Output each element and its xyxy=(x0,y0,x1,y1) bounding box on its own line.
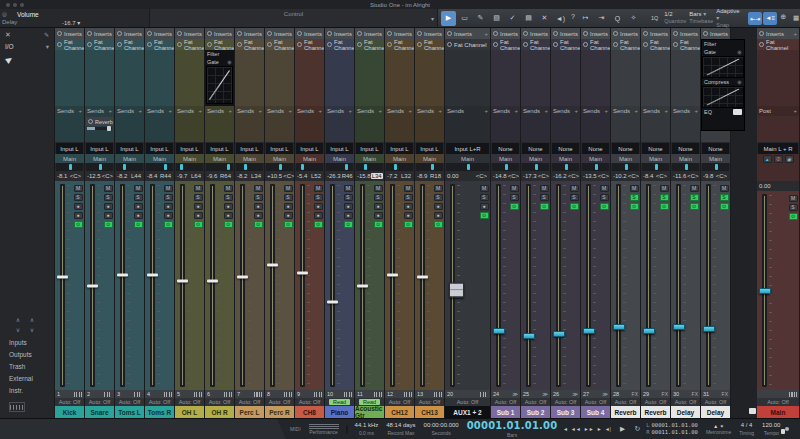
input-route-box[interactable]: Input L xyxy=(356,143,383,154)
solo-button[interactable]: S xyxy=(510,194,519,201)
solo-button[interactable]: S xyxy=(720,194,729,201)
automation-icon[interactable]: ⊙ xyxy=(344,221,353,228)
power-icon[interactable] xyxy=(87,31,92,36)
inserts-area[interactable] xyxy=(115,50,144,106)
input-route-box[interactable]: Input L xyxy=(176,143,203,154)
inserts-header[interactable]: Inserts+ xyxy=(551,28,580,39)
input-route-box[interactable]: Input L xyxy=(86,143,113,154)
fader-handle[interactable] xyxy=(87,284,98,287)
power-icon[interactable] xyxy=(417,42,422,47)
fat-channel-row[interactable]: Gate xyxy=(205,58,234,66)
insert-item-fat-channel[interactable]: Fat Channel xyxy=(295,39,324,50)
channel-name[interactable]: CH8 xyxy=(295,406,324,418)
automation-icon[interactable]: ⊙ xyxy=(630,203,639,210)
automation-mode-row[interactable]: Auto: Off xyxy=(445,398,490,406)
input-route-box[interactable]: None xyxy=(522,143,549,154)
sends-area[interactable] xyxy=(205,116,234,142)
mute-button[interactable]: M xyxy=(789,195,798,202)
fat-channel-row[interactable]: Compress xyxy=(702,78,744,86)
output-route-box[interactable]: Main xyxy=(581,154,610,163)
automation-icon[interactable]: ⊙ xyxy=(540,203,549,210)
nav-button-3[interactable]: ► xyxy=(597,426,602,432)
input-route-box[interactable]: None xyxy=(672,143,699,154)
gain-pan-values[interactable]: -5.4L52 xyxy=(295,171,324,181)
pan-slider[interactable] xyxy=(446,163,489,171)
input-route-box[interactable]: Input L xyxy=(56,143,83,154)
power-icon[interactable] xyxy=(583,42,588,47)
inserts-header[interactable]: Inserts+ xyxy=(295,28,324,39)
channel-name[interactable]: Sub 3 xyxy=(551,406,580,418)
gain-pan-values[interactable]: 0.00 xyxy=(757,181,799,191)
record-arm-button[interactable]: ● xyxy=(284,203,293,210)
mute-button[interactable]: M xyxy=(344,185,353,192)
sends-header[interactable]: Sends+ xyxy=(415,106,444,116)
param-value[interactable]: -16.7 ▾ xyxy=(62,19,80,26)
output-route-box[interactable]: Main xyxy=(521,154,550,163)
mute-button[interactable]: M xyxy=(314,185,323,192)
automation-icon[interactable]: ⊙ xyxy=(660,203,669,210)
power-icon[interactable] xyxy=(553,42,558,47)
param-primary[interactable]: Volume xyxy=(17,11,39,18)
power-icon[interactable] xyxy=(583,31,588,36)
gain-value[interactable]: -8.9 xyxy=(417,173,427,179)
fader-area[interactable]: MS⊙ xyxy=(757,191,799,390)
fader-area[interactable]: MS⊙ xyxy=(551,181,580,390)
fader-handle[interactable] xyxy=(297,271,308,274)
gain-pan-values[interactable]: -26.3R46 xyxy=(325,171,354,181)
power-icon[interactable] xyxy=(87,42,92,47)
metronome-control[interactable]: ▲ ✶ Metronome xyxy=(706,423,731,435)
input-route-box[interactable]: Input L xyxy=(386,143,413,154)
cpu-knob[interactable] xyxy=(346,425,348,434)
solo-button[interactable]: S xyxy=(690,194,699,201)
gain-value[interactable]: 0.00 xyxy=(447,173,459,179)
input-route-box[interactable]: Input L xyxy=(146,143,173,154)
inserts-area[interactable] xyxy=(521,50,550,106)
gain-value[interactable]: -14.8 xyxy=(493,173,507,179)
scratchpad-button[interactable]: ▦ScratchPad ▾ xyxy=(790,9,800,27)
sends-area[interactable] xyxy=(235,116,264,142)
knob-icon[interactable] xyxy=(737,80,742,85)
sends-area[interactable] xyxy=(385,116,414,142)
input-route-box[interactable]: Input L xyxy=(416,143,443,154)
fader-area[interactable]: MS●●⊙ xyxy=(385,181,414,390)
gain-value[interactable]: -26.3 xyxy=(327,173,341,179)
channel-name[interactable]: Piano xyxy=(325,406,354,418)
fader-track[interactable] xyxy=(706,184,711,387)
fat-channel-row[interactable]: Gate xyxy=(702,48,744,56)
fader-area[interactable]: MS⊙ xyxy=(491,181,520,390)
inserts-area[interactable] xyxy=(551,50,580,106)
gain-pan-values[interactable]: -7.2L32 xyxy=(385,171,414,181)
fader-track[interactable] xyxy=(616,184,621,387)
output-route-box[interactable]: Main xyxy=(145,154,174,163)
insert-item-fat-channel[interactable]: Fat Channel xyxy=(145,39,174,50)
pan-slider[interactable] xyxy=(266,163,293,171)
automation-icon[interactable]: ⊙ xyxy=(789,213,798,220)
mono-icon[interactable]: ▴ xyxy=(763,155,772,163)
automation-icon[interactable]: ⊙ xyxy=(104,221,113,228)
inserts-header[interactable]: Inserts+ xyxy=(55,28,84,39)
record-arm-button[interactable]: ● xyxy=(74,203,83,210)
add-insert-icon[interactable]: + xyxy=(484,31,488,37)
pan-value[interactable]: L64 xyxy=(190,173,202,179)
input-route-box[interactable]: None xyxy=(702,143,729,154)
record-arm-button[interactable]: ● xyxy=(314,203,323,210)
gain-value[interactable]: -9.8 xyxy=(703,173,713,179)
insert-item-fat-channel[interactable]: Fat Channel xyxy=(265,39,294,50)
gain-value[interactable]: +10.5 xyxy=(267,173,282,179)
channel-strip-aux1-2[interactable]: Inserts+Fat ChannelSends+Input L+RMain0.… xyxy=(445,28,491,418)
pan-value[interactable]: <C> xyxy=(567,173,580,179)
power-icon[interactable] xyxy=(447,42,452,47)
channel-strip-perc-l[interactable]: Inserts+Fat ChannelSends+Input LMain-8.2… xyxy=(235,28,265,418)
fader-area[interactable]: MS●●⊙ xyxy=(115,181,144,390)
gain-value[interactable]: -8.2 xyxy=(237,173,247,179)
pan-slider[interactable] xyxy=(176,163,203,171)
fader-track[interactable] xyxy=(240,184,245,387)
automation-icon[interactable]: ⊙ xyxy=(434,221,443,228)
sends-header[interactable]: Sends+ xyxy=(581,106,610,116)
mute-button[interactable]: M xyxy=(74,185,83,192)
sends-area[interactable] xyxy=(757,116,799,142)
chevron-down-icon[interactable]: ▾ xyxy=(431,15,434,22)
inserts-header[interactable]: Inserts+ xyxy=(265,28,294,39)
solo-button[interactable]: S xyxy=(74,194,83,201)
automation-mode-row[interactable]: Auto: Off xyxy=(265,398,294,406)
